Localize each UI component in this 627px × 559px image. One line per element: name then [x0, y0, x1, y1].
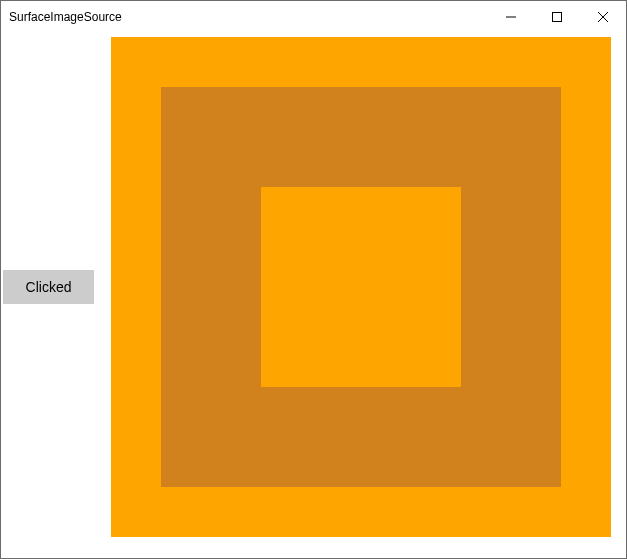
- titlebar: SurfaceImageSource: [1, 1, 626, 32]
- canvas-inner-square: [261, 187, 461, 387]
- client-area: Clicked: [1, 32, 626, 558]
- maximize-icon: [552, 12, 562, 22]
- close-icon: [598, 12, 608, 22]
- close-button[interactable]: [580, 1, 626, 32]
- svg-rect-1: [553, 12, 562, 21]
- minimize-button[interactable]: [488, 1, 534, 32]
- canvas-middle-square: [161, 87, 561, 487]
- canvas-outer-square: [111, 37, 611, 537]
- minimize-icon: [506, 12, 516, 22]
- clicked-button[interactable]: Clicked: [3, 270, 94, 304]
- maximize-button[interactable]: [534, 1, 580, 32]
- window-controls: [488, 1, 626, 32]
- window-title: SurfaceImageSource: [9, 10, 122, 24]
